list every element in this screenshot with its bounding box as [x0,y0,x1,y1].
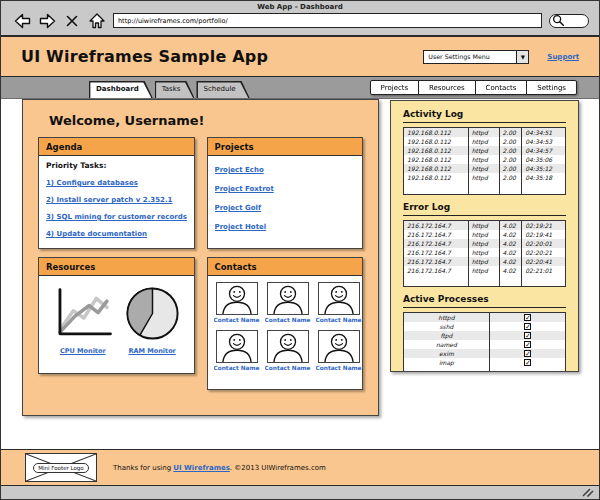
avatar [318,330,360,363]
process-checkbox[interactable]: ✓ [524,332,531,339]
table-row: 192.168.0.112httpd2.0004:34:57 [404,146,566,155]
home-icon [89,13,105,29]
user-settings-label: User Settings Menu [424,51,516,63]
search-box[interactable] [549,14,589,28]
chevron-down-icon[interactable]: ▼ [516,51,528,63]
agenda-task-link-4[interactable]: 4) Update documentation [46,230,187,238]
forward-button[interactable] [38,12,56,29]
footer-text: Thanks for using UI Wireframes. ©2013 UI… [113,464,326,472]
user-settings-menu[interactable]: User Settings Menu ▼ [423,50,529,64]
contact-name-link[interactable]: Contact Name [214,365,260,371]
table-row: 216.172.164.7httpd4.0202:20:41 [404,257,566,266]
support-link[interactable]: Support [547,53,579,61]
contact-name-link[interactable]: Contact Name [214,317,260,323]
contacts-title: Contacts [208,258,363,276]
avatar [216,330,258,363]
process-checkbox[interactable]: ✓ [524,341,531,348]
main-content: Welcome, Username! Agenda Priority Tasks… [1,99,599,449]
contact-name-link[interactable]: Contact Name [265,365,311,371]
widget-grid: Agenda Priority Tasks: 1) Configure data… [23,137,378,390]
uiwireframes-link[interactable]: UI Wireframes [173,464,229,472]
nav-button-resources[interactable]: Resources [418,80,476,95]
resize-grip[interactable] [582,488,594,497]
footer-text-prefix: Thanks for using [113,464,173,472]
pie-chart-image [124,285,181,342]
table-row: 192.168.0.112httpd2.0004:35:18 [404,173,566,182]
cpu-monitor-link[interactable]: CPU Monitor [60,347,106,355]
contact-card: Contact Name [316,282,362,323]
nav-button-projects[interactable]: Projects [370,80,420,95]
resources-title: Resources [39,258,194,276]
table-row: 216.172.164.7httpd4.0202:21:01 [404,266,566,275]
agenda-task-link-2[interactable]: 2) Install server patch v 2.352.1 [46,196,187,204]
contact-name-link[interactable]: Contact Name [316,365,362,371]
process-checkbox[interactable]: ✓ [524,350,531,357]
window-title: Web App - Dashboard [1,1,599,11]
close-icon [66,15,78,27]
tab-schedule[interactable]: Schedule [196,81,249,98]
page-title: UI Wireframes Sample App [21,47,268,66]
tab-dashboard[interactable]: Dashboard [89,81,153,98]
active-processes-title: Active Processes [403,294,566,308]
footer-logo: Mini Footer Logo [25,453,97,482]
agenda-task-link-3[interactable]: 3) SQL mining for customer records... [46,213,187,221]
avatar [216,282,258,315]
url-input[interactable] [113,13,542,28]
agenda-list: 1) Configure databases2) Install server … [46,179,187,238]
process-checkbox[interactable]: ✓ [524,323,531,330]
avatar [267,330,309,363]
status-sidebar: Activity Log 192.168.0.112httpd2.0004:34… [390,100,579,372]
nav-button-contacts[interactable]: Contacts [475,80,528,95]
nav-buttons: ProjectsResourcesContactsSettings [370,80,577,95]
process-row: ftpd✓ [404,331,566,340]
process-checkbox[interactable]: ✓ [524,359,531,366]
agenda-title: Agenda [39,138,194,156]
projects-list: Project EchoProject FoxtrotProject GolfP… [208,156,363,236]
table-row: 192.168.0.112httpd2.0004:34:53 [404,137,566,146]
process-name: named [404,340,490,349]
project-link-3[interactable]: Project Golf [215,204,356,212]
activity-log-title: Activity Log [403,109,566,123]
footer-text-suffix: . ©2013 UIWireframes.com [230,464,326,472]
error-log-section: Error Log 216.172.164.7httpd4.0202:19:21… [403,202,566,288]
back-button[interactable] [13,12,31,29]
browser-toolbar [1,11,599,29]
contact-card: Contact Name [316,330,362,371]
contact-name-link[interactable]: Contact Name [265,317,311,323]
project-link-2[interactable]: Project Foxtrot [215,185,356,193]
agenda-task-link-1[interactable]: 1) Configure databases [46,179,187,187]
activity-log-body: 192.168.0.112httpd2.0004:34:51192.168.0.… [404,128,566,195]
project-link-4[interactable]: Project Hotel [215,223,356,231]
process-name: sshd [404,322,490,331]
nav-button-settings[interactable]: Settings [526,80,577,95]
activity-log-section: Activity Log 192.168.0.112httpd2.0004:34… [403,109,566,195]
project-link-1[interactable]: Project Echo [215,166,356,174]
ram-monitor-link[interactable]: RAM Monitor [128,347,175,355]
contacts-panel: Contacts Contact Name Contact Name Conta… [207,257,364,390]
contact-name-link[interactable]: Contact Name [316,317,362,323]
process-name: httpd [404,313,490,323]
tab-tasks[interactable]: Tasks [155,81,195,98]
process-checkbox[interactable]: ✓ [524,314,531,321]
app-footer: Mini Footer Logo Thanks for using UI Wir… [1,449,599,486]
error-log-title: Error Log [403,202,566,216]
activity-log-table: 192.168.0.112httpd2.0004:34:51192.168.0.… [403,127,566,195]
error-log-table: 216.172.164.7httpd4.0202:19:21216.172.16… [403,220,566,288]
active-processes-body: httpd✓sshd✓ftpd✓named✓exim✓imap✓ [404,313,566,373]
header-actions: User Settings Menu ▼ Support [423,50,579,64]
home-button[interactable] [88,12,106,29]
process-name: ftpd [404,331,490,340]
priority-tasks-label: Priority Tasks: [46,161,187,170]
process-row: named✓ [404,340,566,349]
process-row: imap✓ [404,358,566,367]
search-icon [552,14,565,27]
dashboard-panel: Welcome, Username! Agenda Priority Tasks… [22,99,379,416]
app-header: UI Wireframes Sample App User Settings M… [1,37,599,77]
contact-card: Contact Name [214,330,260,371]
projects-panel: Projects Project EchoProject FoxtrotProj… [207,137,364,249]
table-row: 192.168.0.112httpd2.0004:35:12 [404,164,566,173]
status-bar [1,486,599,499]
stop-button[interactable] [63,12,81,29]
process-row: exim✓ [404,349,566,358]
contact-card: Contact Name [265,330,311,371]
